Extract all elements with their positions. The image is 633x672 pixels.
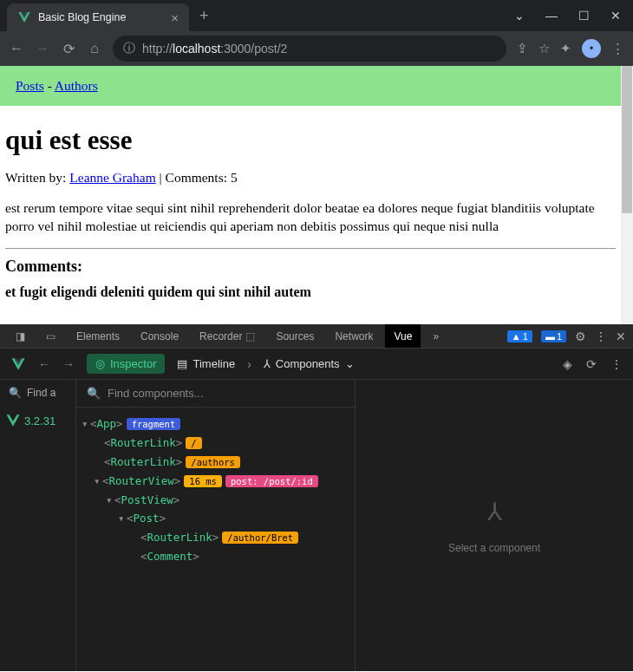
window-dropdown-icon[interactable]: ⌄ (514, 9, 525, 23)
device-toolbar-icon[interactable]: ▭ (37, 324, 64, 348)
tab-sources[interactable]: Sources (267, 324, 323, 348)
profile-avatar[interactable]: • (582, 39, 601, 58)
site-nav: Posts - Authors (0, 66, 621, 106)
tab-console[interactable]: Console (132, 324, 187, 348)
vue-small-icon (5, 413, 21, 428)
window-controls: ⌄ — ☐ ✕ (514, 9, 626, 23)
vue-sidebar: 🔍Find a 3.2.31 (0, 380, 76, 671)
tab-network[interactable]: Network (326, 324, 382, 348)
forward-button: → (35, 41, 50, 56)
tab-title: Basic Blog Engine (38, 11, 126, 23)
component-tree-panel: 🔍 Find components... ▾<App>fragment <Rou… (76, 380, 356, 671)
reload-button[interactable]: ⟳ (61, 41, 76, 57)
vue-back-icon[interactable]: ← (38, 357, 50, 371)
window-close-icon[interactable]: ✕ (610, 9, 621, 23)
titlebar: Basic Blog Engine × + ⌄ — ☐ ✕ (0, 0, 633, 31)
vue-components-dropdown[interactable]: ⅄Components ⌄ (264, 357, 355, 370)
vue-forward-icon[interactable]: → (62, 357, 75, 371)
search-icon: 🔍 (87, 387, 101, 400)
divider (5, 248, 616, 249)
vue-logo-icon (10, 356, 26, 372)
tab-elements[interactable]: Elements (68, 324, 128, 348)
back-button[interactable]: ← (9, 41, 24, 56)
vue-favicon-icon (17, 10, 31, 24)
refresh-icon[interactable]: ⟳ (586, 357, 597, 371)
inspect-element-icon[interactable]: ◨ (7, 324, 34, 348)
url-text: http://localhost:3000/post/2 (142, 42, 287, 55)
post-title: qui est esse (5, 125, 616, 156)
nav-authors-link[interactable]: Authors (55, 78, 98, 93)
vue-menu-icon[interactable]: ⋮ (610, 357, 623, 371)
browser-toolbar: ← → ⟳ ⌂ ⓘ http://localhost:3000/post/2 ⇪… (0, 31, 633, 66)
tabs-overflow-icon[interactable]: » (424, 324, 447, 348)
target-icon: ◎ (95, 357, 105, 370)
vue-toolbar: ← → ◎Inspector ▤Timeline › ⅄Components ⌄… (0, 349, 633, 380)
site-info-icon[interactable]: ⓘ (123, 41, 135, 56)
home-button[interactable]: ⌂ (87, 41, 102, 56)
post-meta: Written by: Leanne Graham | Comments: 5 (5, 170, 616, 186)
share-icon[interactable]: ⇪ (517, 41, 528, 56)
comments-count: 5 (231, 170, 238, 185)
new-tab-button[interactable]: + (199, 7, 209, 25)
scrollbar-thumb[interactable] (622, 66, 632, 213)
recorder-beta-icon: ⬚ (245, 330, 255, 343)
comment-title: et fugit eligendi deleniti quidem qui si… (5, 284, 616, 300)
comments-heading: Comments: (5, 258, 616, 276)
bookmark-icon[interactable]: ☆ (538, 41, 550, 56)
scrollbar-track[interactable] (621, 66, 633, 324)
window-maximize-icon[interactable]: ☐ (578, 9, 590, 23)
devtools-settings-icon[interactable]: ⚙ (575, 329, 586, 343)
tab-vue[interactable]: Vue (385, 324, 421, 348)
placeholder-text: Select a component (448, 542, 540, 554)
browser-menu-icon[interactable]: ⋮ (611, 41, 624, 56)
components-placeholder-icon: ⅄ (487, 498, 502, 526)
vue-timeline-tab[interactable]: ▤Timeline (177, 357, 235, 370)
devtools-close-icon[interactable]: ✕ (616, 329, 626, 343)
vue-inspector-tab[interactable]: ◎Inspector (87, 354, 165, 374)
chevron-right-icon: › (247, 357, 251, 371)
browser-tab[interactable]: Basic Blog Engine × (7, 3, 189, 31)
page-content: Posts - Authors qui est esse Written by:… (0, 66, 633, 324)
close-tab-icon[interactable]: × (171, 10, 179, 25)
devtools-tabs: ◨ ▭ Elements Console Recorder ⬚ Sources … (0, 324, 633, 349)
chevron-down-icon: ⌄ (345, 357, 355, 370)
devtools-panel: ◨ ▭ Elements Console Recorder ⬚ Sources … (0, 324, 633, 671)
component-tree[interactable]: ▾<App>fragment <RouterLink>/ <RouterLink… (76, 408, 355, 573)
nav-posts-link[interactable]: Posts (16, 78, 44, 93)
post-body: est rerum tempore vitae sequi sint nihil… (5, 199, 616, 236)
devtools-menu-icon[interactable]: ⋮ (595, 329, 607, 343)
component-search[interactable]: 🔍 Find components... (76, 380, 355, 408)
search-icon: 🔍 (9, 387, 22, 399)
timeline-icon: ▤ (177, 357, 187, 370)
component-detail-panel: ⅄ Select a component (356, 380, 633, 671)
author-link[interactable]: Leanne Graham (69, 170, 155, 185)
window-minimize-icon[interactable]: — (545, 9, 558, 23)
apps-search[interactable]: 🔍Find a (0, 380, 75, 406)
extensions-icon[interactable]: ✦ (560, 41, 571, 56)
vue-version[interactable]: 3.2.31 (0, 406, 75, 435)
errors-badge[interactable]: ▲1 (507, 330, 532, 343)
components-icon: ⅄ (264, 357, 271, 370)
issues-badge[interactable]: ▬1 (541, 330, 566, 343)
tab-recorder[interactable]: Recorder ⬚ (191, 324, 264, 348)
address-bar[interactable]: ⓘ http://localhost:3000/post/2 (113, 36, 506, 62)
locate-icon[interactable]: ◈ (563, 357, 572, 371)
